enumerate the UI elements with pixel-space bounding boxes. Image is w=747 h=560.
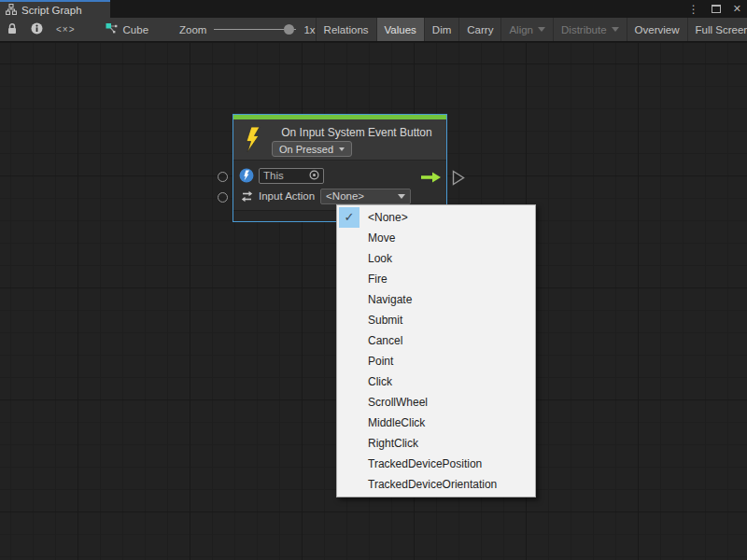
toolbar-right-group: Relations Values Dim Carry Align Distrib… [316,18,747,41]
zoom-label: Zoom [179,24,206,35]
zoom-value: 1x [303,24,315,35]
menu-item-label: Point [368,355,393,368]
input-action-menu: ✓ <None> Move Look Fire Navigate Submit … [336,204,536,497]
menu-item-label: MiddleClick [368,416,425,429]
lock-icon [7,22,18,36]
graph-canvas[interactable]: On Input System Event Button On Pressed [0,43,747,560]
output-flow-port[interactable] [452,170,465,189]
menu-item-label: TrackedDeviceOrientation [368,478,497,491]
node-title: On Input System Event Button [271,126,443,139]
menu-item-label: Look [368,252,392,265]
input-port-input-action[interactable] [218,192,228,203]
lock-button[interactable] [0,18,24,41]
close-icon[interactable]: ✕ [733,4,741,14]
script-graph-icon [6,4,17,17]
menu-item-label: ScrollWheel [368,396,428,409]
menu-item-label: TrackedDevicePosition [368,457,482,470]
menu-item-label: Click [368,375,392,388]
distribute-button[interactable]: Distribute [554,18,627,41]
chevron-down-icon [612,27,619,32]
graph-ref-label: Cube [123,24,149,35]
window-controls: ⋮ ✕ [688,0,741,18]
tab-bar: Script Graph ⋮ ✕ [0,0,747,18]
align-label: Align [509,24,533,35]
check-icon: ✓ [339,207,359,228]
info-icon [31,22,43,36]
input-action-icon [239,189,254,203]
this-object-field[interactable]: This [259,168,324,184]
menu-item-label: Fire [368,273,388,286]
zoom-slider-handle[interactable] [284,24,294,35]
menu-item-label: Submit [368,314,402,327]
this-field-label: This [263,170,284,181]
menu-item[interactable]: Cancel [337,330,535,351]
code-view-button[interactable]: <×> [49,18,82,41]
code-icon: <×> [56,24,76,35]
event-option-label: On Pressed [279,144,333,155]
tab-label: Script Graph [21,5,82,16]
chevron-down-icon [538,27,545,32]
menu-item-label: RightClick [368,437,418,450]
menu-item[interactable]: MiddleClick [337,413,535,433]
target-picker-icon [309,170,319,182]
zoom-control: Zoom 1x [179,18,316,41]
full-screen-button[interactable]: Full Screen [688,18,747,41]
input-port-this[interactable] [218,172,228,182]
kebab-menu-icon[interactable]: ⋮ [688,4,699,15]
menu-item[interactable]: Click [337,371,535,392]
menu-item[interactable]: TrackedDeviceOrientation [337,474,535,495]
chevron-down-icon [339,147,345,151]
this-unit-icon [239,168,254,183]
menu-item[interactable]: Move [337,228,535,248]
menu-item[interactable]: Fire [337,269,535,289]
menu-item[interactable]: ✓ <None> [337,207,535,228]
graph-toolbar: <×> Cube Zoom 1x Relations [0,18,747,42]
values-button[interactable]: Values [377,18,424,41]
dim-button[interactable]: Dim [425,18,458,41]
menu-item-label: Cancel [368,334,402,347]
menu-item-label: Navigate [368,293,412,306]
menu-item-label: Move [368,231,395,245]
tab-script-graph[interactable]: Script Graph [0,0,110,18]
zoom-slider[interactable] [214,29,296,30]
input-action-value: <None> [326,190,364,202]
event-node-body: This [233,161,446,206]
menu-item[interactable]: Navigate [337,289,535,310]
menu-item[interactable]: Look [337,248,535,269]
align-button[interactable]: Align [501,18,553,41]
event-node-header[interactable]: On Input System Event Button On Pressed [233,119,446,161]
menu-item[interactable]: TrackedDevicePosition [337,454,535,474]
graph-icon [106,22,119,36]
distribute-label: Distribute [561,24,607,35]
info-button[interactable] [24,18,49,41]
relations-button[interactable]: Relations [317,18,376,41]
menu-item-label: <None> [368,211,408,224]
graph-reference[interactable]: Cube [99,18,156,41]
menu-item[interactable]: Submit [337,310,535,330]
event-option-dropdown[interactable]: On Pressed [272,141,352,157]
flow-arrow-icon [421,170,441,187]
input-action-label: Input Action [259,190,315,202]
overview-button[interactable]: Overview [627,18,687,41]
menu-item[interactable]: ScrollWheel [337,392,535,413]
menu-item[interactable]: RightClick [337,433,535,454]
maximize-icon[interactable] [712,5,721,13]
input-action-dropdown[interactable]: <None> [320,189,411,204]
carry-button[interactable]: Carry [459,18,500,41]
chevron-down-icon [398,194,405,199]
script-graph-window: Script Graph ⋮ ✕ [0,0,747,560]
menu-item[interactable]: Point [337,351,535,371]
node-row-this: This [233,165,446,186]
node-row-input-action: Input Action <None> [233,186,446,206]
lightning-bolt-icon [244,127,261,156]
